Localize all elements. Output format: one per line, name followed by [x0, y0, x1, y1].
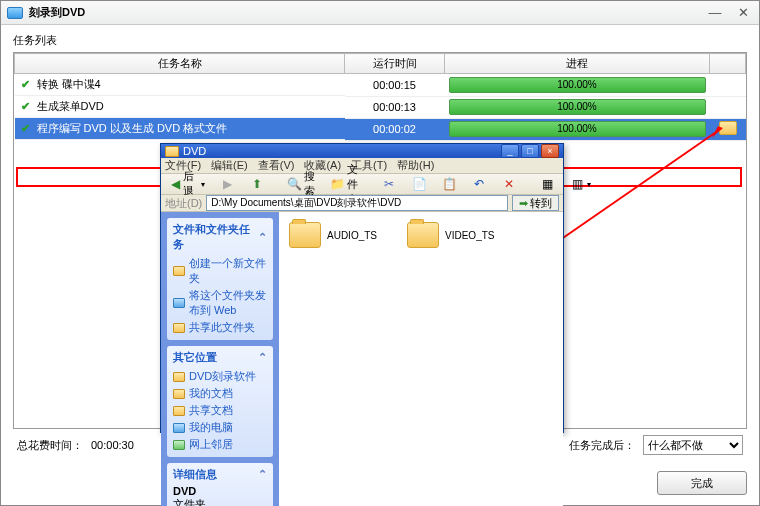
back-button[interactable]: ◀后退▾ — [165, 174, 210, 194]
folder-icon — [407, 222, 439, 248]
explorer-toolbar: ◀后退▾ ▶ ⬆ 🔍搜索 📁文件夹 ✂ 📄 📋 ↶ ✕ ▦ ▥▾ — [161, 174, 563, 195]
task-name: 转换 碟中谍4 — [37, 77, 101, 92]
place-link[interactable]: DVD刻录软件 — [173, 368, 267, 385]
progress-bar: 100.00% — [449, 99, 706, 115]
after-select[interactable]: 什么都不做 — [643, 435, 743, 455]
delete-icon: ✕ — [501, 176, 517, 192]
place-link[interactable]: 我的文档 — [173, 385, 267, 402]
col-name[interactable]: 任务名称 — [15, 54, 345, 74]
forward-button[interactable]: ▶ — [214, 174, 240, 194]
collapse-icon[interactable]: ⌃ — [258, 351, 267, 364]
place-link[interactable]: 网上邻居 — [173, 436, 267, 453]
progress-bar: 100.00% — [449, 121, 706, 137]
explorer-titlebar: DVD _ □ × — [161, 144, 563, 158]
app-icon — [7, 7, 23, 19]
menu-edit[interactable]: 编辑(E) — [211, 158, 248, 173]
up-icon: ⬆ — [249, 176, 265, 192]
folders-icon: 📁 — [330, 176, 345, 192]
collapse-icon[interactable]: ⌃ — [258, 468, 267, 481]
place-link[interactable]: 我的电脑 — [173, 419, 267, 436]
table-row[interactable]: ✔生成菜单DVD 00:00:13 100.00% — [15, 96, 746, 118]
titlebar: 刻录到DVD — ✕ — [1, 1, 759, 25]
task-link[interactable]: 共享此文件夹 — [173, 319, 267, 336]
minimize-button[interactable]: — — [705, 6, 725, 20]
explorer-close[interactable]: × — [541, 144, 559, 158]
views-button[interactable]: ▥▾ — [564, 174, 596, 194]
folder-item[interactable]: VIDEO_TS — [407, 222, 494, 248]
table-row[interactable]: ✔转换 碟中谍4 00:00:15 100.00% — [15, 74, 746, 97]
folder-icon — [165, 146, 179, 157]
task-link[interactable]: 将这个文件夹发布到 Web — [173, 287, 267, 319]
addr-label: 地址(D) — [165, 196, 202, 211]
address-bar: 地址(D) ➡转到 — [161, 195, 563, 212]
task-name: 生成菜单DVD — [37, 99, 104, 114]
up-button[interactable]: ⬆ — [244, 174, 270, 194]
finish-button[interactable]: 完成 — [657, 471, 747, 495]
section-label: 任务列表 — [13, 33, 747, 48]
task-time: 00:00:02 — [345, 118, 445, 140]
task-name: 程序编写 DVD 以及生成 DVD 格式文件 — [37, 121, 228, 136]
copy-icon: 📄 — [411, 176, 427, 192]
search-button[interactable]: 🔍搜索 — [282, 174, 321, 194]
progress-bar: 100.00% — [449, 77, 706, 93]
props-icon: ▦ — [539, 176, 555, 192]
close-button[interactable]: ✕ — [733, 6, 753, 20]
undo-button[interactable]: ↶ — [466, 174, 492, 194]
menu-view[interactable]: 查看(V) — [258, 158, 295, 173]
places-panel: 其它位置⌃ DVD刻录软件 我的文档 共享文档 我的电脑 网上邻居 — [167, 346, 273, 457]
address-input[interactable] — [206, 195, 508, 211]
check-icon: ✔ — [19, 100, 33, 113]
window-title: 刻录到DVD — [29, 5, 705, 20]
forward-icon: ▶ — [219, 176, 235, 192]
details-panel: 详细信息⌃ DVD 文件夹 修改日期: 2012年3月6日 今天, 16:58 — [167, 463, 273, 506]
cut-icon: ✂ — [381, 176, 397, 192]
total-time: 00:00:30 — [91, 439, 134, 451]
task-link[interactable]: 创建一个新文件夹 — [173, 255, 267, 287]
tasks-panel: 文件和文件夹任务⌃ 创建一个新文件夹 将这个文件夹发布到 Web 共享此文件夹 — [167, 218, 273, 340]
col-action — [710, 54, 746, 74]
folders-button[interactable]: 📁文件夹 — [325, 174, 364, 194]
paste-button[interactable]: 📋 — [436, 174, 462, 194]
explorer-content[interactable]: AUDIO_TS VIDEO_TS — [279, 212, 563, 506]
paste-icon: 📋 — [441, 176, 457, 192]
views-icon: ▥ — [569, 176, 585, 192]
collapse-icon[interactable]: ⌃ — [258, 231, 267, 244]
task-time: 00:00:15 — [345, 74, 445, 97]
explorer-title: DVD — [183, 145, 499, 157]
check-icon: ✔ — [19, 122, 33, 135]
folder-icon[interactable] — [719, 121, 737, 135]
explorer-minimize[interactable]: _ — [501, 144, 519, 158]
col-time[interactable]: 运行时间 — [345, 54, 445, 74]
delete-button[interactable]: ✕ — [496, 174, 522, 194]
task-table: 任务名称 运行时间 进程 ✔转换 碟中谍4 00:00:15 100.00% ✔… — [14, 53, 746, 141]
check-icon: ✔ — [19, 78, 33, 91]
folder-icon — [289, 222, 321, 248]
total-label: 总花费时间： — [17, 438, 83, 453]
explorer-menubar: 文件(F) 编辑(E) 查看(V) 收藏(A) 工具(T) 帮助(H) — [161, 158, 563, 174]
go-icon: ➡ — [519, 197, 528, 210]
back-icon: ◀ — [170, 176, 181, 192]
explorer-maximize[interactable]: □ — [521, 144, 539, 158]
props-button[interactable]: ▦ — [534, 174, 560, 194]
undo-icon: ↶ — [471, 176, 487, 192]
place-link[interactable]: 共享文档 — [173, 402, 267, 419]
after-label: 任务完成后： — [569, 438, 635, 453]
menu-help[interactable]: 帮助(H) — [397, 158, 434, 173]
table-row-selected[interactable]: ✔程序编写 DVD 以及生成 DVD 格式文件 00:00:02 100.00% — [15, 118, 746, 140]
col-progress[interactable]: 进程 — [445, 54, 710, 74]
copy-button[interactable]: 📄 — [406, 174, 432, 194]
task-time: 00:00:13 — [345, 96, 445, 118]
folder-item[interactable]: AUDIO_TS — [289, 222, 377, 248]
explorer-window: DVD _ □ × 文件(F) 编辑(E) 查看(V) 收藏(A) 工具(T) … — [160, 143, 564, 433]
search-icon: 🔍 — [287, 176, 302, 192]
cut-button[interactable]: ✂ — [376, 174, 402, 194]
explorer-sidebar: 文件和文件夹任务⌃ 创建一个新文件夹 将这个文件夹发布到 Web 共享此文件夹 … — [161, 212, 279, 506]
go-button[interactable]: ➡转到 — [512, 195, 559, 211]
